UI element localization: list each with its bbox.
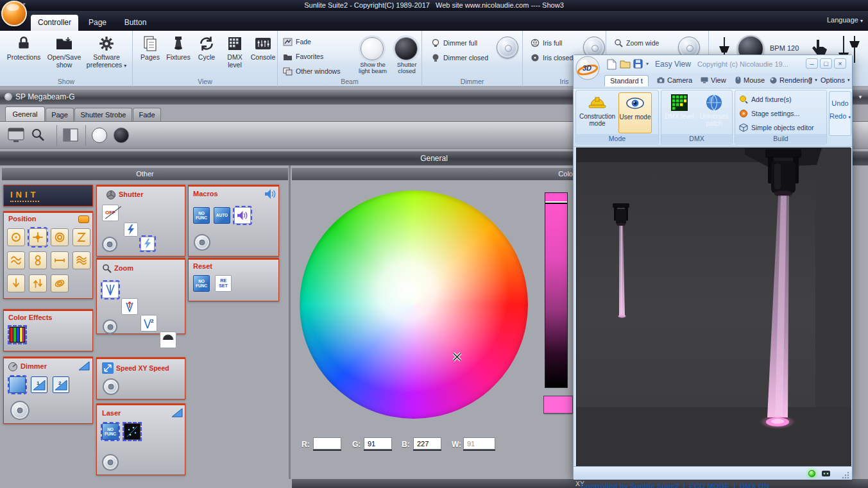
add-fixtures-button[interactable]: Add fixture(s) <box>739 93 791 106</box>
shutter-knob[interactable] <box>102 237 117 252</box>
toolbar-dropdown-icon[interactable]: ▾ <box>646 61 649 67</box>
dimmer-ramp-icon[interactable] <box>78 361 90 371</box>
show-light-beam-button[interactable] <box>361 37 384 60</box>
other-windows-option[interactable]: Other windows <box>283 65 340 77</box>
strobe-button[interactable] <box>124 223 138 237</box>
tab-fade[interactable]: Fade <box>133 108 161 121</box>
close-button[interactable]: × <box>834 58 846 69</box>
ev-help-menu[interactable]: ? ▾ <box>808 76 817 84</box>
ev-tab-camera[interactable]: Camera <box>657 76 692 84</box>
position-options-button[interactable] <box>78 215 89 223</box>
macros-no-func-button[interactable]: NO FUNC <box>193 207 210 224</box>
save-icon[interactable] <box>633 59 643 69</box>
split-view-icon[interactable] <box>63 128 78 142</box>
strobe-selected-button[interactable] <box>140 237 155 251</box>
3d-viewport[interactable] <box>576 147 851 466</box>
cycle-button[interactable]: Cycle <box>193 33 220 78</box>
construction-mode-button[interactable]: Construction mode <box>578 92 617 133</box>
beam-closed-circle-button[interactable] <box>114 128 129 143</box>
dmx-level-button[interactable]: DMX level <box>221 33 248 78</box>
preset-eight-button[interactable] <box>29 251 47 269</box>
dimmer-ramp-1-button[interactable]: 1 <box>31 376 47 393</box>
favorites-option[interactable]: Favorites <box>283 51 323 62</box>
iris-closed-option[interactable]: Iris closed <box>531 52 573 63</box>
laser-pattern-button[interactable] <box>124 423 140 440</box>
fade-option[interactable]: Fade <box>283 36 311 47</box>
laser-knob[interactable] <box>102 454 119 471</box>
reset-button[interactable]: RE SET <box>215 275 232 292</box>
universes-patch-button[interactable]: Universes patch <box>697 92 731 133</box>
beam-open-circle-button[interactable] <box>92 128 107 143</box>
preset-line-button[interactable] <box>51 251 69 269</box>
dimmer-gradient-button[interactable] <box>9 376 26 393</box>
tab-general[interactable]: General <box>5 106 45 121</box>
shutter-closed-button[interactable] <box>395 37 418 60</box>
tab-controller[interactable]: Controller <box>31 15 78 31</box>
dimmer-closed-option[interactable]: Dimmer closed <box>431 52 488 63</box>
tab-button[interactable]: Button <box>117 15 154 31</box>
laser-no-func-button[interactable]: NO FUNC <box>102 423 119 440</box>
intensity-slider[interactable] <box>545 192 568 388</box>
dmx-interface-icon[interactable] <box>821 469 831 478</box>
preset-circle-button[interactable] <box>7 228 25 246</box>
ev-tab-view[interactable]: View <box>701 76 726 84</box>
zoom-sphere-button[interactable] <box>160 332 176 348</box>
simple-objects-button[interactable]: Simple objects editor <box>739 121 813 134</box>
preset-arrow-down-button[interactable] <box>7 274 25 292</box>
console-button[interactable]: Console <box>250 33 277 78</box>
red-input[interactable] <box>313 437 341 450</box>
white-input[interactable] <box>463 437 495 450</box>
speed-knob[interactable] <box>103 378 119 395</box>
easy-view-titlebar[interactable]: 3D ▾ Easy View Copyright (c) Nicolaudie … <box>574 55 852 73</box>
zoom-wide-option[interactable]: Zoom wide <box>614 37 659 49</box>
fixture-window-menu-icon[interactable]: ▼ <box>858 90 863 105</box>
search-icon[interactable] <box>31 128 45 142</box>
preset-triple-wave-button[interactable] <box>72 251 90 269</box>
ev-tab-rendering[interactable]: Rendering <box>770 76 812 84</box>
color-effect-icon[interactable] <box>9 326 26 343</box>
green-input[interactable] <box>364 437 392 450</box>
macros-auto-button[interactable]: AUTO <box>214 207 230 224</box>
user-mode-button[interactable]: User mode <box>618 92 652 133</box>
software-preferences-button[interactable]: Software preferences ▾ <box>85 33 128 78</box>
ev-tab-mouse[interactable]: Mouse <box>735 76 765 84</box>
stage-settings-button[interactable]: Stage settings... <box>739 107 799 120</box>
ev-options-menu[interactable]: Options ▾ <box>821 76 849 84</box>
color-wheel-cursor[interactable] <box>452 352 462 362</box>
maximize-button[interactable]: □ <box>820 58 832 69</box>
zoom-in-button[interactable] <box>121 298 138 315</box>
pages-button[interactable]: Pages <box>137 33 164 78</box>
minimize-button[interactable]: – <box>806 58 818 69</box>
open-save-show-button[interactable]: Open/Save show <box>45 33 83 78</box>
preset-cross-button[interactable] <box>29 228 47 246</box>
dimmer-ramp-2-button[interactable]: 2 <box>53 376 69 393</box>
laser-ramp-icon[interactable] <box>171 408 183 417</box>
fixtures-button[interactable]: Fixtures <box>165 33 192 78</box>
resize-grip[interactable] <box>842 471 849 479</box>
reset-no-func-button[interactable]: NO FUNC <box>193 275 210 292</box>
current-color-swatch[interactable] <box>543 396 573 414</box>
shutter-off-button[interactable]: OFF <box>102 205 119 221</box>
preset-arrows-updown-button[interactable] <box>29 274 47 292</box>
sunlite-logo-orb[interactable] <box>1 1 27 26</box>
redo-button[interactable]: Redo ▾ <box>830 112 851 120</box>
zoom-knob[interactable] <box>103 319 117 334</box>
tab-shutter-strobe[interactable]: Shutter Strobe <box>74 108 132 121</box>
macros-sound-button[interactable] <box>234 207 251 224</box>
iris-full-option[interactable]: Iris full <box>531 37 562 49</box>
tab-page-fixture[interactable]: Page <box>46 108 74 121</box>
undo-button[interactable]: Undo <box>830 99 851 107</box>
tab-page[interactable]: Page <box>81 15 114 31</box>
preset-tilted-rings-button[interactable] <box>51 274 69 292</box>
new-document-icon[interactable] <box>607 59 617 70</box>
zoom-beams-button[interactable] <box>102 282 119 298</box>
zoom-2-button[interactable]: 2 <box>140 315 157 332</box>
dimmer-knob[interactable] <box>497 37 518 58</box>
blue-input[interactable] <box>413 437 441 450</box>
preset-double-circle-button[interactable] <box>51 228 69 246</box>
protections-button[interactable]: Protections <box>4 33 44 78</box>
preset-squiggle-button[interactable] <box>72 228 90 246</box>
dmx-level-ev-button[interactable]: DMX level <box>664 92 695 133</box>
language-menu[interactable]: Language ▾ <box>827 16 863 24</box>
color-wheel[interactable] <box>300 190 528 419</box>
